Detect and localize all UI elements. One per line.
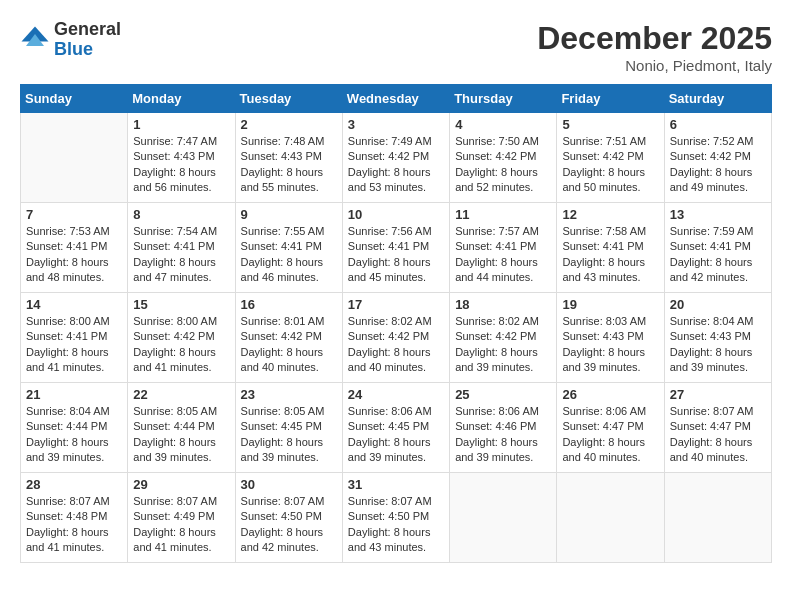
week-row: 1Sunrise: 7:47 AMSunset: 4:43 PMDaylight… (21, 113, 772, 203)
day-number: 8 (133, 207, 229, 222)
weekday-header: Monday (128, 85, 235, 113)
calendar-cell: 4Sunrise: 7:50 AMSunset: 4:42 PMDaylight… (450, 113, 557, 203)
day-number: 3 (348, 117, 444, 132)
cell-content: Sunrise: 7:56 AMSunset: 4:41 PMDaylight:… (348, 224, 444, 286)
calendar-cell: 29Sunrise: 8:07 AMSunset: 4:49 PMDayligh… (128, 473, 235, 563)
calendar-cell: 23Sunrise: 8:05 AMSunset: 4:45 PMDayligh… (235, 383, 342, 473)
cell-content: Sunrise: 8:05 AMSunset: 4:44 PMDaylight:… (133, 404, 229, 466)
day-number: 7 (26, 207, 122, 222)
logo: General Blue (20, 20, 121, 60)
calendar-cell: 21Sunrise: 8:04 AMSunset: 4:44 PMDayligh… (21, 383, 128, 473)
cell-content: Sunrise: 8:07 AMSunset: 4:48 PMDaylight:… (26, 494, 122, 556)
weekday-header: Wednesday (342, 85, 449, 113)
day-number: 9 (241, 207, 337, 222)
calendar-cell: 27Sunrise: 8:07 AMSunset: 4:47 PMDayligh… (664, 383, 771, 473)
cell-content: Sunrise: 8:04 AMSunset: 4:44 PMDaylight:… (26, 404, 122, 466)
calendar-cell (450, 473, 557, 563)
day-number: 31 (348, 477, 444, 492)
page-header: General Blue December 2025 Nonio, Piedmo… (20, 20, 772, 74)
cell-content: Sunrise: 7:50 AMSunset: 4:42 PMDaylight:… (455, 134, 551, 196)
cell-content: Sunrise: 8:07 AMSunset: 4:50 PMDaylight:… (241, 494, 337, 556)
calendar-cell (557, 473, 664, 563)
day-number: 29 (133, 477, 229, 492)
cell-content: Sunrise: 7:48 AMSunset: 4:43 PMDaylight:… (241, 134, 337, 196)
calendar-cell: 30Sunrise: 8:07 AMSunset: 4:50 PMDayligh… (235, 473, 342, 563)
weekday-header: Friday (557, 85, 664, 113)
day-number: 19 (562, 297, 658, 312)
calendar-cell: 13Sunrise: 7:59 AMSunset: 4:41 PMDayligh… (664, 203, 771, 293)
calendar-cell: 11Sunrise: 7:57 AMSunset: 4:41 PMDayligh… (450, 203, 557, 293)
logo-icon (20, 25, 50, 55)
weekday-header: Tuesday (235, 85, 342, 113)
cell-content: Sunrise: 8:07 AMSunset: 4:47 PMDaylight:… (670, 404, 766, 466)
day-number: 16 (241, 297, 337, 312)
day-number: 15 (133, 297, 229, 312)
day-number: 23 (241, 387, 337, 402)
day-number: 30 (241, 477, 337, 492)
month-title: December 2025 (537, 20, 772, 57)
week-row: 7Sunrise: 7:53 AMSunset: 4:41 PMDaylight… (21, 203, 772, 293)
day-number: 4 (455, 117, 551, 132)
weekday-header: Sunday (21, 85, 128, 113)
cell-content: Sunrise: 8:06 AMSunset: 4:45 PMDaylight:… (348, 404, 444, 466)
weekday-header: Thursday (450, 85, 557, 113)
calendar-table: SundayMondayTuesdayWednesdayThursdayFrid… (20, 84, 772, 563)
cell-content: Sunrise: 7:54 AMSunset: 4:41 PMDaylight:… (133, 224, 229, 286)
cell-content: Sunrise: 8:00 AMSunset: 4:42 PMDaylight:… (133, 314, 229, 376)
calendar-cell: 24Sunrise: 8:06 AMSunset: 4:45 PMDayligh… (342, 383, 449, 473)
cell-content: Sunrise: 7:52 AMSunset: 4:42 PMDaylight:… (670, 134, 766, 196)
calendar-cell: 18Sunrise: 8:02 AMSunset: 4:42 PMDayligh… (450, 293, 557, 383)
day-number: 11 (455, 207, 551, 222)
calendar-cell: 10Sunrise: 7:56 AMSunset: 4:41 PMDayligh… (342, 203, 449, 293)
weekday-header-row: SundayMondayTuesdayWednesdayThursdayFrid… (21, 85, 772, 113)
day-number: 6 (670, 117, 766, 132)
logo-general-text: General (54, 20, 121, 40)
day-number: 1 (133, 117, 229, 132)
cell-content: Sunrise: 8:02 AMSunset: 4:42 PMDaylight:… (455, 314, 551, 376)
calendar-cell: 5Sunrise: 7:51 AMSunset: 4:42 PMDaylight… (557, 113, 664, 203)
day-number: 28 (26, 477, 122, 492)
cell-content: Sunrise: 8:04 AMSunset: 4:43 PMDaylight:… (670, 314, 766, 376)
cell-content: Sunrise: 7:49 AMSunset: 4:42 PMDaylight:… (348, 134, 444, 196)
day-number: 12 (562, 207, 658, 222)
calendar-cell: 31Sunrise: 8:07 AMSunset: 4:50 PMDayligh… (342, 473, 449, 563)
calendar-cell: 7Sunrise: 7:53 AMSunset: 4:41 PMDaylight… (21, 203, 128, 293)
cell-content: Sunrise: 8:07 AMSunset: 4:49 PMDaylight:… (133, 494, 229, 556)
cell-content: Sunrise: 7:59 AMSunset: 4:41 PMDaylight:… (670, 224, 766, 286)
calendar-cell: 15Sunrise: 8:00 AMSunset: 4:42 PMDayligh… (128, 293, 235, 383)
day-number: 27 (670, 387, 766, 402)
day-number: 14 (26, 297, 122, 312)
calendar-cell: 2Sunrise: 7:48 AMSunset: 4:43 PMDaylight… (235, 113, 342, 203)
cell-content: Sunrise: 7:57 AMSunset: 4:41 PMDaylight:… (455, 224, 551, 286)
week-row: 28Sunrise: 8:07 AMSunset: 4:48 PMDayligh… (21, 473, 772, 563)
weekday-header: Saturday (664, 85, 771, 113)
calendar-cell: 9Sunrise: 7:55 AMSunset: 4:41 PMDaylight… (235, 203, 342, 293)
calendar-cell: 12Sunrise: 7:58 AMSunset: 4:41 PMDayligh… (557, 203, 664, 293)
calendar-cell: 8Sunrise: 7:54 AMSunset: 4:41 PMDaylight… (128, 203, 235, 293)
calendar-cell (21, 113, 128, 203)
cell-content: Sunrise: 8:02 AMSunset: 4:42 PMDaylight:… (348, 314, 444, 376)
calendar-cell: 28Sunrise: 8:07 AMSunset: 4:48 PMDayligh… (21, 473, 128, 563)
cell-content: Sunrise: 8:07 AMSunset: 4:50 PMDaylight:… (348, 494, 444, 556)
cell-content: Sunrise: 8:03 AMSunset: 4:43 PMDaylight:… (562, 314, 658, 376)
calendar-cell: 3Sunrise: 7:49 AMSunset: 4:42 PMDaylight… (342, 113, 449, 203)
cell-content: Sunrise: 8:06 AMSunset: 4:47 PMDaylight:… (562, 404, 658, 466)
calendar-cell: 17Sunrise: 8:02 AMSunset: 4:42 PMDayligh… (342, 293, 449, 383)
calendar-cell: 1Sunrise: 7:47 AMSunset: 4:43 PMDaylight… (128, 113, 235, 203)
cell-content: Sunrise: 8:05 AMSunset: 4:45 PMDaylight:… (241, 404, 337, 466)
day-number: 26 (562, 387, 658, 402)
day-number: 13 (670, 207, 766, 222)
calendar-cell: 16Sunrise: 8:01 AMSunset: 4:42 PMDayligh… (235, 293, 342, 383)
day-number: 21 (26, 387, 122, 402)
day-number: 22 (133, 387, 229, 402)
day-number: 20 (670, 297, 766, 312)
calendar-cell: 14Sunrise: 8:00 AMSunset: 4:41 PMDayligh… (21, 293, 128, 383)
day-number: 17 (348, 297, 444, 312)
day-number: 5 (562, 117, 658, 132)
cell-content: Sunrise: 8:00 AMSunset: 4:41 PMDaylight:… (26, 314, 122, 376)
calendar-cell: 22Sunrise: 8:05 AMSunset: 4:44 PMDayligh… (128, 383, 235, 473)
calendar-cell: 6Sunrise: 7:52 AMSunset: 4:42 PMDaylight… (664, 113, 771, 203)
cell-content: Sunrise: 7:53 AMSunset: 4:41 PMDaylight:… (26, 224, 122, 286)
day-number: 24 (348, 387, 444, 402)
calendar-cell: 19Sunrise: 8:03 AMSunset: 4:43 PMDayligh… (557, 293, 664, 383)
